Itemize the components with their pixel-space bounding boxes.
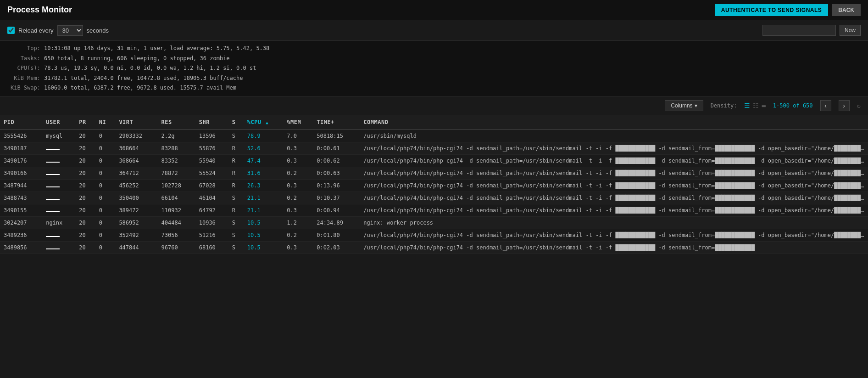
- user-badge: [46, 199, 60, 200]
- sort-arrow-icon: ▲: [266, 120, 268, 125]
- auth-button[interactable]: AUTHENTICATE TO SEND SIGNALS: [715, 4, 829, 16]
- col-pr[interactable]: PR: [75, 115, 95, 130]
- filter-input[interactable]: [762, 25, 836, 36]
- density-wide-icon[interactable]: ▬: [762, 102, 765, 109]
- cell-shr: 68160: [195, 241, 228, 254]
- col-time[interactable]: TIME+: [313, 115, 360, 130]
- col-shr[interactable]: SHR: [195, 115, 228, 130]
- cell-user: [42, 142, 75, 154]
- cell-mem: 0.3: [283, 179, 313, 192]
- top-value: 10:31:08 up 146 days, 31 min, 1 user, lo…: [44, 44, 269, 54]
- cell-virt: 368664: [115, 142, 157, 154]
- table-row[interactable]: 34887432003504006610446104S21.10.20:10.3…: [0, 192, 868, 204]
- next-page-button[interactable]: ›: [839, 100, 850, 111]
- cell-virt: 352492: [115, 229, 157, 241]
- columns-button[interactable]: Columns ▾: [665, 100, 703, 111]
- cell-res: 404484: [158, 216, 195, 229]
- cell-s: R: [228, 204, 244, 216]
- col-s[interactable]: S: [228, 115, 244, 130]
- cell-ni: 0: [95, 192, 116, 204]
- table-row[interactable]: 348794420045625210272867028R26.30.30:13.…: [0, 179, 868, 192]
- cell-pid: 3489856: [0, 241, 42, 254]
- cell-pid: 3488743: [0, 192, 42, 204]
- seconds-label: seconds: [87, 27, 109, 34]
- top-label: Top:: [7, 44, 44, 54]
- reload-interval-select[interactable]: 30 5 10 15 60 120: [57, 25, 83, 36]
- cell-ni: 0: [95, 167, 116, 179]
- cell-virt: 389472: [115, 204, 157, 216]
- cell-res: 66104: [158, 192, 195, 204]
- cell-cpu: 10.5: [244, 229, 284, 241]
- density-medium-icon[interactable]: ☷: [753, 102, 759, 109]
- table-row[interactable]: 349015520038947211093264792R21.10.30:00.…: [0, 204, 868, 216]
- density-compact-icon[interactable]: ☰: [744, 102, 750, 109]
- cell-time: 0:13.96: [313, 179, 360, 192]
- cell-mem: 0.3: [283, 142, 313, 154]
- density-icons: ☰ ☷ ▬: [744, 102, 765, 109]
- now-button[interactable]: Now: [840, 25, 861, 36]
- cell-s: R: [228, 179, 244, 192]
- cell-ni: 0: [95, 216, 116, 229]
- col-pid[interactable]: PID: [0, 115, 42, 130]
- user-badge: [46, 174, 60, 175]
- cell-s: S: [228, 229, 244, 241]
- col-virt[interactable]: VIRT: [115, 115, 157, 130]
- cell-ni: 0: [95, 204, 116, 216]
- app-title: Process Monitor: [7, 5, 72, 15]
- cell-user: [42, 241, 75, 254]
- cell-ni: 0: [95, 142, 116, 154]
- cell-time: 0:00.61: [313, 142, 360, 154]
- col-res[interactable]: RES: [158, 115, 195, 130]
- cell-shr: 55940: [195, 154, 228, 167]
- col-ni[interactable]: NI: [95, 115, 116, 130]
- back-button[interactable]: BACK: [832, 4, 861, 16]
- cell-time: 50818:15: [313, 130, 360, 142]
- cell-pr: 20: [75, 179, 95, 192]
- cell-res: 83288: [158, 142, 195, 154]
- cell-time: 0:10.37: [313, 192, 360, 204]
- cell-command: /usr/local/php74/bin/php-cgi74 -d sendma…: [360, 204, 868, 216]
- col-mem[interactable]: %MEM: [283, 115, 313, 130]
- table-row[interactable]: 34901872003686648328855876R52.60.30:00.6…: [0, 142, 868, 154]
- cell-mem: 0.3: [283, 204, 313, 216]
- cell-res: 2.2g: [158, 130, 195, 142]
- columns-label: Columns: [671, 102, 692, 109]
- cell-user: nginx: [42, 216, 75, 229]
- table-row[interactable]: 34892362003524927305651216S10.50.20:01.8…: [0, 229, 868, 241]
- col-user[interactable]: USER: [42, 115, 75, 130]
- col-command[interactable]: COMMAND: [360, 115, 868, 130]
- cell-pid: 3555426: [0, 130, 42, 142]
- toolbar-right: Now: [762, 25, 861, 36]
- cell-command: /usr/local/php74/bin/php-cgi74 -d sendma…: [360, 142, 868, 154]
- table-row[interactable]: 3024207nginx20058695240448410936S10.51.2…: [0, 216, 868, 229]
- system-info: Top: 10:31:08 up 146 days, 31 min, 1 use…: [0, 41, 868, 96]
- cell-user: [42, 204, 75, 216]
- user-badge: [46, 236, 60, 237]
- cell-mem: 0.3: [283, 154, 313, 167]
- cell-time: 0:00.62: [313, 154, 360, 167]
- refresh-icon[interactable]: ↻: [857, 102, 861, 109]
- cell-command: /usr/local/php74/bin/php-cgi74 -d sendma…: [360, 229, 868, 241]
- reload-label: Reload every: [18, 27, 54, 34]
- kib-mem-label: KiB Mem:: [7, 73, 44, 84]
- columns-chevron-icon: ▾: [695, 102, 697, 109]
- cell-pr: 20: [75, 142, 95, 154]
- table-row[interactable]: 34901662003647127887255524R31.60.20:00.6…: [0, 167, 868, 179]
- table-row[interactable]: 34901762003686648335255940R47.40.30:00.6…: [0, 154, 868, 167]
- cell-s: R: [228, 154, 244, 167]
- cell-virt: 456252: [115, 179, 157, 192]
- table-row[interactable]: 34898562004478449676068160S10.50.30:02.0…: [0, 241, 868, 254]
- cell-cpu: 21.1: [244, 204, 284, 216]
- cell-pr: 20: [75, 229, 95, 241]
- reload-checkbox[interactable]: [7, 27, 15, 34]
- cell-ni: 0: [95, 179, 116, 192]
- prev-page-button[interactable]: ‹: [820, 100, 831, 111]
- cell-cpu: 26.3: [244, 179, 284, 192]
- cell-shr: 67028: [195, 179, 228, 192]
- cell-virt: 2903332: [115, 130, 157, 142]
- col-cpu[interactable]: %CPU ▲: [244, 115, 284, 130]
- cell-ni: 0: [95, 241, 116, 254]
- table-row[interactable]: 3555426mysql20029033322.2g13596S78.97.05…: [0, 130, 868, 142]
- cell-pid: 3490155: [0, 204, 42, 216]
- cell-res: 78872: [158, 167, 195, 179]
